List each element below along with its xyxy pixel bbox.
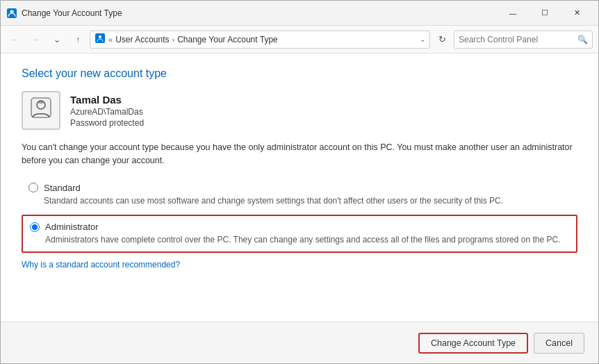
- svg-rect-6: [38, 101, 44, 104]
- administrator-label[interactable]: Administrator: [45, 222, 99, 232]
- address-bar[interactable]: « User Accounts › Change Your Account Ty…: [90, 31, 430, 49]
- administrator-description: Administrators have complete control ove…: [45, 234, 569, 246]
- nav-bar: ← → ⌄ ↑ « User Accounts › Change Your Ac…: [1, 26, 598, 53]
- maximize-button[interactable]: ☐: [529, 1, 561, 26]
- breadcrumb-2: Change Your Account Type: [177, 35, 278, 44]
- address-dropdown-icon: ⌄: [420, 35, 425, 43]
- main-window: Change Your Account Type — ☐ ✕ ← → ⌄ ↑ «…: [0, 0, 599, 364]
- administrator-box: Administrator Administrators have comple…: [22, 215, 577, 253]
- help-link[interactable]: Why is a standard account recommended?: [22, 260, 180, 270]
- window-controls: — ☐ ✕: [497, 1, 593, 26]
- breadcrumb-1: User Accounts: [115, 35, 169, 44]
- user-status: Password protected: [70, 118, 144, 128]
- minimize-button[interactable]: —: [497, 1, 529, 26]
- option-group: Standard Standard accounts can use most …: [22, 177, 577, 256]
- standard-option: Standard Standard accounts can use most …: [22, 177, 577, 213]
- section-title: Select your new account type: [22, 67, 577, 80]
- forward-button[interactable]: →: [27, 31, 45, 49]
- administrator-option: Administrator Administrators have comple…: [23, 216, 576, 251]
- standard-radio[interactable]: [28, 183, 38, 192]
- administrator-option-header: Administrator: [30, 222, 569, 232]
- administrator-radio[interactable]: [30, 222, 40, 232]
- window-title: Change Your Account Type: [22, 8, 497, 18]
- user-avatar: [22, 91, 60, 130]
- footer: Change Account Type Cancel: [1, 322, 598, 363]
- user-name: Tamal Das: [70, 94, 144, 106]
- window-icon: [6, 8, 17, 19]
- standard-description: Standard accounts can use most software …: [44, 195, 571, 207]
- address-icon: [95, 33, 106, 46]
- address-sep-1: «: [108, 35, 113, 44]
- main-content: Select your new account type Tamal Das A…: [1, 53, 598, 322]
- close-button[interactable]: ✕: [561, 1, 593, 26]
- warning-text: You can't change your account type becau…: [22, 141, 577, 167]
- refresh-button[interactable]: ↻: [433, 31, 451, 49]
- user-domain: AzureAD\TamalDas: [70, 107, 144, 117]
- search-icon: 🔍: [577, 35, 588, 44]
- address-arrow: ›: [172, 35, 175, 44]
- standard-option-header: Standard: [28, 183, 571, 193]
- change-account-type-button[interactable]: Change Account Type: [418, 333, 528, 354]
- search-box[interactable]: 🔍: [454, 31, 593, 49]
- recent-pages-button[interactable]: ⌄: [48, 31, 66, 49]
- back-button[interactable]: ←: [6, 31, 24, 49]
- standard-label[interactable]: Standard: [44, 183, 81, 193]
- title-bar: Change Your Account Type — ☐ ✕: [1, 1, 598, 26]
- svg-point-3: [99, 35, 101, 38]
- user-info: Tamal Das AzureAD\TamalDas Password prot…: [22, 91, 577, 130]
- up-button[interactable]: ↑: [69, 31, 87, 49]
- search-input[interactable]: [459, 35, 577, 44]
- user-details: Tamal Das AzureAD\TamalDas Password prot…: [70, 94, 144, 128]
- cancel-button[interactable]: Cancel: [534, 333, 584, 354]
